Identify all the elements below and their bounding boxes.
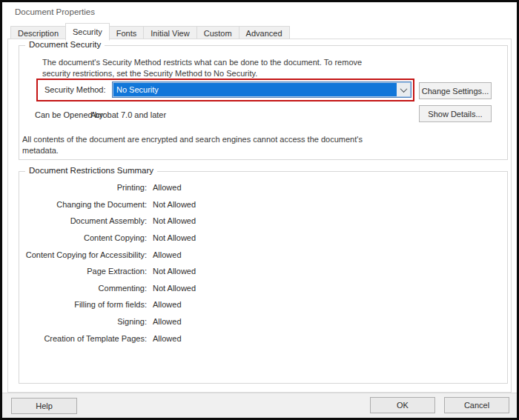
restriction-row: Creation of Template Pages: Allowed <box>19 330 507 347</box>
restriction-value: Not Allowed <box>153 267 196 276</box>
metadata-note-line2: metadata. <box>22 145 363 156</box>
restriction-label: Signing: <box>19 317 147 326</box>
security-description-line2: security restrictions, set the Security … <box>42 68 362 79</box>
document-security-legend: Document Security <box>25 40 105 49</box>
security-tab-page: Document Security The document's Securit… <box>7 39 512 393</box>
restriction-label: Changing the Document: <box>19 200 147 209</box>
restriction-value: Allowed <box>153 250 182 259</box>
restriction-row: Signing: Allowed <box>19 313 507 330</box>
restriction-label: Content Copying: <box>19 233 147 242</box>
restriction-label: Page Extraction: <box>19 267 147 276</box>
document-properties-dialog: Document Properties Description Security… <box>0 0 519 420</box>
restriction-row: Filling of form fields: Allowed <box>19 296 507 313</box>
metadata-note: All contents of the document are encrypt… <box>22 134 363 156</box>
restriction-label: Creation of Template Pages: <box>19 334 147 343</box>
restriction-value: Allowed <box>153 300 182 309</box>
security-method-dropdown[interactable]: No Security <box>112 81 411 98</box>
restriction-value: Not Allowed <box>153 233 196 242</box>
restriction-value: Not Allowed <box>153 200 196 209</box>
restriction-row: Printing: Allowed <box>19 179 507 196</box>
ok-button[interactable]: OK <box>370 397 435 413</box>
document-restrictions-legend: Document Restrictions Summary <box>25 166 157 175</box>
window-title: Document Properties <box>15 7 95 16</box>
restriction-row: Content Copying: Not Allowed <box>19 230 507 247</box>
restriction-label: Printing: <box>19 183 147 192</box>
restrictions-list: Printing: Allowed Changing the Document:… <box>19 179 507 347</box>
document-restrictions-group: Document Restrictions Summary Printing: … <box>19 171 508 384</box>
change-settings-button[interactable]: Change Settings... <box>419 82 492 99</box>
security-description-line1: The document's Security Method restricts… <box>42 57 362 68</box>
metadata-note-line1: All contents of the document are encrypt… <box>22 134 363 145</box>
dropdown-arrow-zone[interactable] <box>397 83 410 96</box>
security-method-label: Security Method: <box>44 85 106 94</box>
restriction-row: Changing the Document: Not Allowed <box>19 196 507 213</box>
restriction-row: Document Assembly: Not Allowed <box>19 213 507 230</box>
chevron-down-icon <box>400 85 407 93</box>
show-details-button[interactable]: Show Details... <box>419 105 492 122</box>
dialog-footer <box>2 393 517 418</box>
restriction-label: Document Assembly: <box>19 216 147 225</box>
security-description: The document's Security Method restricts… <box>42 57 362 79</box>
restriction-label: Commenting: <box>19 284 147 293</box>
restriction-value: Not Allowed <box>153 284 196 293</box>
restriction-row: Page Extraction: Not Allowed <box>19 263 507 280</box>
help-button[interactable]: Help <box>11 398 77 414</box>
document-security-group: Document Security The document's Securit… <box>19 45 508 160</box>
restriction-label: Content Copying for Accessibility: <box>19 250 147 259</box>
restriction-label: Filling of form fields: <box>19 300 147 309</box>
security-method-value: No Security <box>113 85 397 94</box>
restriction-value: Allowed <box>153 334 182 343</box>
restriction-value: Allowed <box>153 317 182 326</box>
cancel-button[interactable]: Cancel <box>444 397 509 413</box>
restriction-row: Commenting: Not Allowed <box>19 280 507 297</box>
tab-security[interactable]: Security <box>65 23 110 41</box>
opened-by-value: Acrobat 7.0 and later <box>90 110 166 119</box>
restriction-value: Allowed <box>153 183 182 192</box>
red-highlight-annotation: Security Method: No Security <box>36 79 414 101</box>
restriction-value: Not Allowed <box>153 216 196 225</box>
restriction-row: Content Copying for Accessibility: Allow… <box>19 246 507 263</box>
